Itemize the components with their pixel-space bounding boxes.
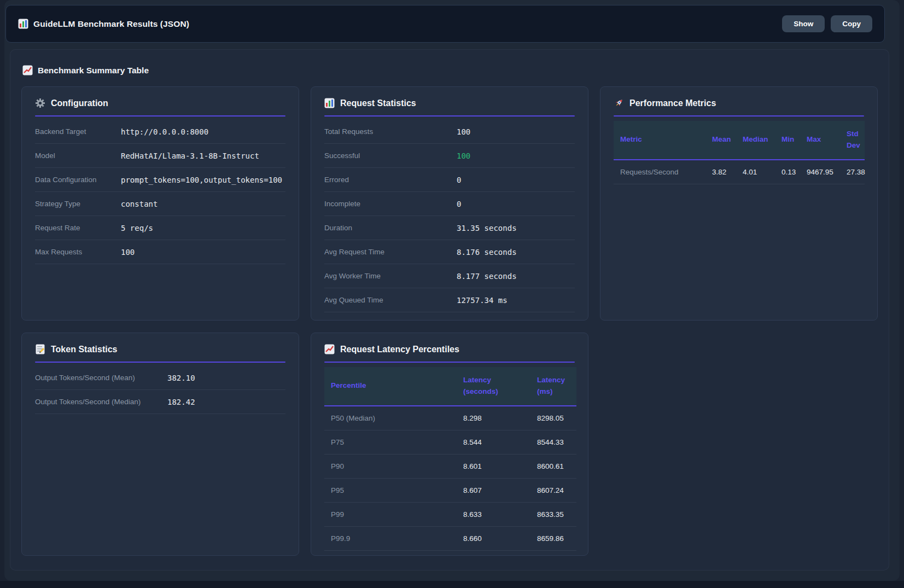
memo-icon bbox=[35, 344, 45, 354]
cards-grid: Configuration Backend Targethttp://0.0.0… bbox=[21, 86, 878, 556]
bar-chart-icon bbox=[324, 98, 335, 108]
configuration-rows: Backend Targethttp://0.0.0.0:8000 ModelR… bbox=[35, 120, 285, 264]
percentile-name: P99.9 bbox=[324, 526, 457, 550]
latency-percentiles-card-title: Request Latency Percentiles bbox=[324, 344, 575, 354]
card-title-text: Configuration bbox=[51, 98, 108, 108]
percentile-name: P95 bbox=[324, 478, 457, 502]
row-label: Data Configuration bbox=[35, 176, 121, 184]
content-panel: Benchmark Summary Table Configuration Ba… bbox=[10, 49, 889, 570]
row-label: Total Requests bbox=[324, 127, 457, 136]
column-header: Max bbox=[800, 121, 840, 160]
table-row: P99 8.633 8633.35 bbox=[324, 502, 576, 526]
latency-ms: 8298.05 bbox=[530, 406, 576, 430]
latency-seconds: 8.660 bbox=[457, 526, 530, 550]
token-statistics-card-title: Token Statistics bbox=[35, 344, 285, 354]
chart-increasing-icon bbox=[22, 65, 33, 75]
latency-seconds: 8.544 bbox=[457, 430, 530, 454]
latency-seconds: 8.601 bbox=[457, 454, 530, 478]
stat-row: Avg Worker Time8.177 seconds bbox=[324, 264, 575, 288]
row-value: http://0.0.0.0:8000 bbox=[121, 127, 208, 136]
request-statistics-card-title: Request Statistics bbox=[324, 98, 575, 108]
table-row: Requests/Second 3.82 4.01 0.13 9467.95 2… bbox=[614, 160, 865, 184]
row-label: Avg Worker Time bbox=[324, 272, 457, 280]
app-title: GuideLLM Benchmark Results (JSON) bbox=[18, 19, 189, 29]
stat-row: Incomplete0 bbox=[324, 192, 575, 216]
row-label: Strategy Type bbox=[35, 200, 121, 208]
gear-icon bbox=[35, 98, 45, 108]
latency-ms: 8607.24 bbox=[530, 478, 576, 502]
row-label: Output Tokens/Second (Mean) bbox=[35, 374, 167, 382]
row-label: Avg Queued Time bbox=[324, 296, 457, 304]
configuration-card: Configuration Backend Targethttp://0.0.0… bbox=[21, 86, 299, 321]
request-statistics-card: Request Statistics Total Requests100 Suc… bbox=[311, 86, 588, 321]
row-value-success: 100 bbox=[457, 152, 470, 160]
token-row: Output Tokens/Second (Median)182.42 bbox=[35, 390, 285, 414]
section-heading: Benchmark Summary Table bbox=[22, 65, 878, 75]
table-row: P99.9 8.660 8659.86 bbox=[324, 526, 576, 550]
column-header: Min bbox=[775, 121, 800, 160]
latency-percentiles-card: Request Latency Percentiles Percentile L… bbox=[311, 333, 588, 556]
request-statistics-rows: Total Requests100 Successful100 Errored0… bbox=[324, 120, 575, 312]
row-value: 0 bbox=[457, 176, 461, 184]
header-bar: GuideLLM Benchmark Results (JSON) Show C… bbox=[5, 5, 885, 43]
row-value: 382.10 bbox=[167, 374, 195, 382]
token-statistics-rows: Output Tokens/Second (Mean)382.10 Output… bbox=[35, 366, 285, 414]
token-statistics-card: Token Statistics Output Tokens/Second (M… bbox=[21, 333, 299, 556]
column-header: Latency (seconds) bbox=[457, 367, 530, 406]
percentile-name: P50 (Median) bbox=[324, 406, 457, 430]
row-label: Output Tokens/Second (Median) bbox=[35, 398, 167, 406]
card-title-text: Request Latency Percentiles bbox=[340, 345, 459, 354]
table-row: P75 8.544 8544.33 bbox=[324, 430, 576, 454]
row-value: 182.42 bbox=[167, 398, 195, 406]
metric-max: 9467.95 bbox=[800, 160, 840, 184]
table-header-row: Metric Mean Median Min Max Std Dev bbox=[614, 121, 865, 160]
config-row: Strategy Typeconstant bbox=[35, 192, 285, 216]
column-header: Percentile bbox=[324, 367, 457, 406]
latency-seconds: 8.633 bbox=[457, 502, 530, 526]
configuration-card-title: Configuration bbox=[35, 98, 285, 108]
row-label: Successful bbox=[324, 152, 457, 160]
bottom-strip bbox=[0, 581, 904, 588]
latency-ms: 8544.33 bbox=[530, 430, 576, 454]
metric-name: Requests/Second bbox=[614, 160, 705, 184]
page-container: GuideLLM Benchmark Results (JSON) Show C… bbox=[4, 0, 900, 581]
latency-ms: 8600.61 bbox=[530, 454, 576, 478]
rocket-icon bbox=[614, 98, 624, 108]
stat-row: Avg Queued Time12757.34 ms bbox=[324, 288, 575, 312]
stat-row: Avg Request Time8.176 seconds bbox=[324, 240, 575, 264]
latency-percentiles-table: Percentile Latency (seconds) Latency (ms… bbox=[324, 367, 576, 551]
performance-metrics-card-title: Performance Metrics bbox=[614, 98, 864, 108]
token-row: Output Tokens/Second (Mean)382.10 bbox=[35, 366, 285, 390]
table-header-row: Percentile Latency (seconds) Latency (ms… bbox=[324, 367, 576, 406]
percentile-name: P90 bbox=[324, 454, 457, 478]
config-row: Request Rate5 req/s bbox=[35, 216, 285, 240]
metric-stddev: 27.38 bbox=[840, 160, 865, 184]
row-value: 0 bbox=[457, 200, 461, 208]
copy-button[interactable]: Copy bbox=[831, 15, 872, 32]
row-label: Model bbox=[35, 152, 121, 160]
table-row: P90 8.601 8600.61 bbox=[324, 454, 576, 478]
row-value: 8.176 seconds bbox=[457, 248, 517, 257]
card-title-text: Performance Metrics bbox=[629, 98, 716, 108]
row-label: Backend Target bbox=[35, 127, 121, 136]
latency-ms: 8633.35 bbox=[530, 502, 576, 526]
title-underline bbox=[324, 362, 575, 363]
column-header: Latency (ms) bbox=[530, 367, 576, 406]
show-button[interactable]: Show bbox=[782, 15, 825, 32]
metric-min: 0.13 bbox=[775, 160, 800, 184]
card-title-text: Request Statistics bbox=[340, 98, 416, 108]
config-row: Max Requests100 bbox=[35, 240, 285, 264]
row-value: 8.177 seconds bbox=[457, 272, 517, 281]
latency-seconds: 8.298 bbox=[457, 406, 530, 430]
config-row: Backend Targethttp://0.0.0.0:8000 bbox=[35, 120, 285, 144]
column-header: Metric bbox=[614, 121, 705, 160]
stat-row: Total Requests100 bbox=[324, 120, 575, 144]
header-actions: Show Copy bbox=[782, 15, 872, 32]
title-underline bbox=[614, 115, 864, 117]
chart-increasing-icon bbox=[324, 344, 335, 354]
row-value: RedHatAI/Llama-3.1-8B-Instruct bbox=[121, 152, 259, 160]
title-underline bbox=[35, 115, 285, 117]
row-label: Incomplete bbox=[324, 200, 457, 208]
row-label: Max Requests bbox=[35, 248, 121, 256]
stat-row: Successful100 bbox=[324, 144, 575, 168]
